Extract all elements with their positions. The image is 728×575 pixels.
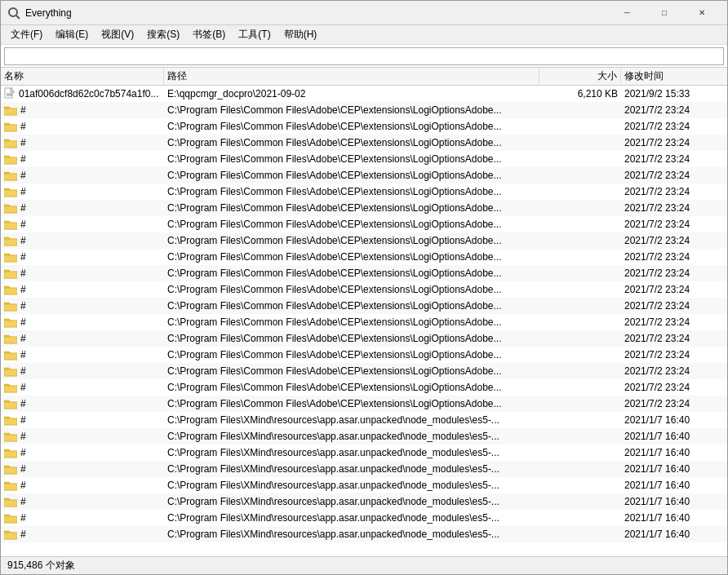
menu-item-帮助h[interactable]: 帮助(H): [277, 26, 324, 44]
row-date: 2021/7/2 23:24: [621, 104, 727, 116]
table-row[interactable]: #C:\Program Files\Common Files\Adobe\CEP…: [1, 167, 727, 184]
table-row[interactable]: #C:\Program Files\Common Files\Adobe\CEP…: [1, 281, 727, 298]
menu-bar: 文件(F)编辑(E)视图(V)搜索(S)书签(B)工具(T)帮助(H): [1, 25, 727, 45]
close-button[interactable]: ✕: [683, 1, 721, 25]
col-header-size[interactable]: 大小: [539, 68, 621, 85]
row-path: C:\Program Files\Common Files\Adobe\CEP\…: [164, 316, 539, 328]
row-name: #: [1, 121, 164, 132]
minimize-button[interactable]: ─: [608, 1, 646, 25]
menu-item-工具t[interactable]: 工具(T): [232, 26, 277, 44]
col-header-name[interactable]: 名称: [1, 68, 164, 85]
row-name: #: [1, 170, 164, 181]
folder-icon: [4, 414, 17, 426]
folder-icon: [4, 463, 17, 475]
table-row[interactable]: #C:\Program Files\Common Files\Adobe\CEP…: [1, 102, 727, 118]
table-row[interactable]: #C:\Program Files\Common Files\Adobe\CEP…: [1, 232, 727, 249]
row-path: C:\Program Files\Common Files\Adobe\CEP\…: [164, 235, 539, 246]
menu-item-搜索s[interactable]: 搜索(S): [140, 26, 186, 44]
table-row[interactable]: #C:\Program Files\Common Files\Adobe\CEP…: [1, 249, 727, 265]
table-row[interactable]: #C:\Program Files\Common Files\Adobe\CEP…: [1, 118, 727, 135]
menu-item-编辑e[interactable]: 编辑(E): [49, 26, 95, 44]
row-date: 2021/7/2 23:24: [621, 186, 727, 197]
table-row[interactable]: #C:\Program Files\Common Files\Adobe\CEP…: [1, 298, 727, 314]
row-path: C:\Program Files\XMind\resources\app.asa…: [164, 431, 539, 442]
row-name: #: [1, 202, 164, 214]
row-date: 2021/1/7 16:40: [621, 447, 727, 458]
menu-item-视图v[interactable]: 视图(V): [95, 26, 140, 44]
svg-rect-15: [4, 255, 17, 262]
row-name-text: #: [20, 268, 26, 279]
row-name: #: [1, 463, 164, 475]
col-header-path[interactable]: 路径: [164, 68, 539, 85]
svg-rect-23: [4, 386, 17, 392]
row-date: 2021/1/7 16:40: [621, 463, 727, 475]
svg-rect-26: [4, 435, 17, 441]
col-header-date[interactable]: 修改时间: [621, 68, 727, 85]
table-row[interactable]: #C:\Program Files\Common Files\Adobe\CEP…: [1, 347, 727, 363]
svg-point-0: [9, 8, 17, 16]
table-row[interactable]: #C:\Program Files\Common Files\Adobe\CEP…: [1, 200, 727, 216]
row-name: #: [1, 137, 164, 148]
row-name-text: #: [20, 284, 26, 295]
table-row[interactable]: #C:\Program Files\XMind\resources\app.as…: [1, 428, 727, 445]
row-date: 2021/7/2 23:24: [621, 268, 727, 279]
table-container: 名称 路径 大小 修改时间 01af006dcf8d62c0c7b574a1f0…: [1, 68, 727, 556]
svg-rect-10: [4, 174, 17, 180]
row-date: 2021/7/2 23:24: [621, 121, 727, 132]
row-name: #: [1, 349, 164, 360]
row-name: #: [1, 333, 164, 344]
title-bar-controls: ─ □ ✕: [608, 1, 721, 25]
table-row[interactable]: #C:\Program Files\XMind\resources\app.as…: [1, 477, 727, 493]
row-path: C:\Program Files\Common Files\Adobe\CEP\…: [164, 398, 539, 409]
table-row[interactable]: #C:\Program Files\Common Files\Adobe\CEP…: [1, 216, 727, 232]
title-bar: Everything ─ □ ✕: [1, 1, 727, 25]
row-name: #: [1, 316, 164, 328]
row-date: 2021/7/2 23:24: [621, 333, 727, 344]
table-row[interactable]: #C:\Program Files\XMind\resources\app.as…: [1, 412, 727, 428]
table-row[interactable]: 01af006dcf8d62c0c7b574a1f0...E:\qqpcmgr_…: [1, 86, 727, 102]
row-date: 2021/7/2 23:24: [621, 349, 727, 360]
folder-icon: [4, 251, 17, 263]
row-name: #: [1, 219, 164, 230]
search-bar: [1, 45, 727, 68]
folder-icon: [4, 316, 17, 328]
row-name-text: #: [20, 365, 26, 377]
menu-item-文件f[interactable]: 文件(F): [4, 26, 49, 44]
folder-icon: [4, 104, 17, 116]
row-date: 2021/1/7 16:40: [621, 480, 727, 491]
row-path: C:\Program Files\Common Files\Adobe\CEP\…: [164, 268, 539, 279]
folder-icon: [4, 480, 17, 491]
row-date: 2021/7/2 23:24: [621, 251, 727, 263]
svg-rect-14: [4, 239, 17, 245]
search-input[interactable]: [4, 47, 724, 65]
table-row[interactable]: #C:\Program Files\Common Files\Adobe\CEP…: [1, 184, 727, 200]
table-row[interactable]: #C:\Program Files\XMind\resources\app.as…: [1, 526, 727, 542]
row-name-text: #: [20, 398, 26, 409]
menu-item-书签b[interactable]: 书签(B): [186, 26, 232, 44]
row-name: #: [1, 447, 164, 458]
table-row[interactable]: #C:\Program Files\XMind\resources\app.as…: [1, 510, 727, 526]
table-row[interactable]: #C:\Program Files\XMind\resources\app.as…: [1, 445, 727, 461]
svg-rect-31: [4, 516, 17, 523]
table-row[interactable]: #C:\Program Files\Common Files\Adobe\CEP…: [1, 396, 727, 412]
table-row[interactable]: #C:\Program Files\Common Files\Adobe\CEP…: [1, 363, 727, 379]
svg-rect-24: [4, 402, 17, 409]
table-row[interactable]: #C:\Program Files\Common Files\Adobe\CEP…: [1, 135, 727, 151]
table-row[interactable]: #C:\Program Files\XMind\resources\app.as…: [1, 493, 727, 510]
folder-icon: [4, 398, 17, 409]
row-name-text: #: [20, 219, 26, 230]
table-row[interactable]: #C:\Program Files\Common Files\Adobe\CEP…: [1, 314, 727, 330]
row-date: 2021/7/2 23:24: [621, 316, 727, 328]
table-row[interactable]: #C:\Program Files\Common Files\Adobe\CEP…: [1, 330, 727, 347]
table-row[interactable]: #C:\Program Files\Common Files\Adobe\CEP…: [1, 265, 727, 281]
folder-icon: [4, 349, 17, 360]
row-name-text: #: [20, 186, 26, 197]
table-row[interactable]: #C:\Program Files\Common Files\Adobe\CEP…: [1, 379, 727, 396]
row-date: 2021/7/2 23:24: [621, 300, 727, 312]
table-row[interactable]: #C:\Program Files\XMind\resources\app.as…: [1, 461, 727, 477]
row-name: #: [1, 153, 164, 165]
maximize-button[interactable]: □: [646, 1, 683, 25]
table-row[interactable]: #C:\Program Files\Common Files\Adobe\CEP…: [1, 151, 727, 167]
svg-rect-20: [4, 337, 17, 343]
svg-rect-16: [4, 272, 17, 278]
